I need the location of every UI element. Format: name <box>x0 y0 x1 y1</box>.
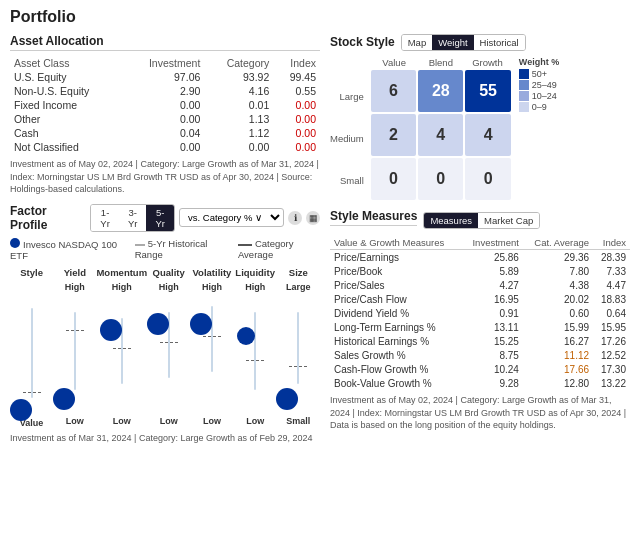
asset-investment: 0.00 <box>123 140 204 154</box>
asset-category: 1.13 <box>204 112 273 126</box>
asset-investment: 97.06 <box>123 70 204 84</box>
measure-label: Price/Book <box>330 264 462 278</box>
measure-index: 4.47 <box>593 278 630 292</box>
asset-index: 0.00 <box>273 126 320 140</box>
weight-legend-item: 25–49 <box>519 80 559 90</box>
row-label-medium: Medium <box>330 117 364 159</box>
asset-allocation-title: Asset Allocation <box>10 34 320 51</box>
measure-cat: 12.80 <box>523 376 593 390</box>
asset-row: Cash 0.04 1.12 0.00 <box>10 126 320 140</box>
asset-allocation-table: Asset Class Investment Category Index U.… <box>10 56 320 154</box>
col-label-value: Value <box>371 57 418 68</box>
factor-top-label: High <box>112 282 132 292</box>
factor-cols: Style Value Yield High Low Momentum High… <box>10 267 320 428</box>
asset-row: Other 0.00 1.13 0.00 <box>10 112 320 126</box>
weight-legend-title: Weight % <box>519 57 559 67</box>
measures-btn-marketcap[interactable]: Market Cap <box>478 213 539 228</box>
factor-bubble <box>237 327 255 345</box>
measure-label: Sales Growth % <box>330 348 462 362</box>
factor-bottom-label: Low <box>66 416 84 426</box>
style-cell: 28 <box>418 70 463 112</box>
factor-bottom-label: Small <box>286 416 310 426</box>
factor-profile-btn-group: 1-Yr 3-Yr 5-Yr <box>90 204 175 232</box>
factor-range-bar <box>254 312 256 390</box>
measures-row: Cash-Flow Growth % 10.24 17.66 17.30 <box>330 362 630 376</box>
measure-investment: 8.75 <box>462 348 523 362</box>
measures-row: Historical Earnings % 15.25 16.27 17.26 <box>330 334 630 348</box>
factor-col-name: Liquidity <box>235 267 275 278</box>
asset-label: Other <box>10 112 123 126</box>
fp-info-icon[interactable]: ℹ <box>288 211 302 225</box>
measure-index: 17.26 <box>593 334 630 348</box>
factor-col: Size Large Small <box>277 267 320 428</box>
measures-row: Price/Cash Flow 16.95 20.02 18.83 <box>330 292 630 306</box>
factor-col-name: Size <box>289 267 308 278</box>
asset-category: 93.92 <box>204 70 273 84</box>
measure-label: Cash-Flow Growth % <box>330 362 462 376</box>
stock-style-btn-weight[interactable]: Weight <box>432 35 473 50</box>
stock-style-btn-historical[interactable]: Historical <box>474 35 525 50</box>
measures-btn-group: Measures Market Cap <box>423 212 540 229</box>
factor-col: Volatility High Low <box>190 267 233 428</box>
fp-bottom-note: Investment as of Mar 31, 2024 | Category… <box>10 432 320 445</box>
factor-bottom-label: Low <box>246 416 264 426</box>
measure-cat: 29.36 <box>523 250 593 265</box>
fp-btn-3yr[interactable]: 3-Yr <box>119 205 147 231</box>
measures-row: Long-Term Earnings % 13.11 15.99 15.95 <box>330 320 630 334</box>
factor-top-label: High <box>245 282 265 292</box>
factor-col-name: Style <box>20 267 43 278</box>
measures-col-index: Index <box>593 235 630 250</box>
col-header-asset: Asset Class <box>10 56 123 70</box>
factor-legend: Invesco NASDAQ 100 ETF 5-Yr Historical R… <box>10 238 320 261</box>
measure-investment: 9.28 <box>462 376 523 390</box>
weight-legend: Weight % 50+25–4910–240–9 <box>519 57 559 113</box>
measure-index: 13.22 <box>593 376 630 390</box>
factor-category-dash <box>203 336 221 337</box>
asset-label: Non-U.S. Equity <box>10 84 123 98</box>
measure-cat: 16.27 <box>523 334 593 348</box>
style-cell: 0 <box>465 158 510 200</box>
measures-btn-measures[interactable]: Measures <box>424 213 478 228</box>
stock-style-title: Stock Style <box>330 35 395 51</box>
factor-col-name: Momentum <box>96 267 147 278</box>
fp-legend-range-label: 5-Yr Historical Range <box>135 238 208 260</box>
measure-index: 28.39 <box>593 250 630 265</box>
measures-col-cat: Cat. Average <box>523 235 593 250</box>
asset-investment: 0.00 <box>123 98 204 112</box>
fp-btn-5yr[interactable]: 5-Yr <box>146 205 174 231</box>
factor-bottom-label: Low <box>203 416 221 426</box>
factor-range-bar <box>297 312 299 384</box>
measure-label: Long-Term Earnings % <box>330 320 462 334</box>
factor-top-label: High <box>202 282 222 292</box>
measure-cat: 11.12 <box>523 348 593 362</box>
asset-index: 0.00 <box>273 98 320 112</box>
factor-category-dash <box>23 392 41 393</box>
factor-bubble-container <box>193 294 231 414</box>
measure-investment: 13.11 <box>462 320 523 334</box>
factor-range-bar <box>211 306 213 372</box>
fp-legend-dot-label: Invesco NASDAQ 100 ETF <box>10 239 117 261</box>
measure-index: 18.83 <box>593 292 630 306</box>
fp-vs-select[interactable]: vs. Category % ∨ <box>179 208 284 227</box>
measure-index: 12.52 <box>593 348 630 362</box>
page-title: Portfolio <box>10 8 630 26</box>
factor-bubble <box>10 399 32 421</box>
measure-investment: 0.91 <box>462 306 523 320</box>
fp-legend-dash-label: Category Average <box>238 238 294 260</box>
asset-category: 1.12 <box>204 126 273 140</box>
factor-category-dash <box>289 366 307 367</box>
asset-index: 0.00 <box>273 140 320 154</box>
measure-index: 7.33 <box>593 264 630 278</box>
factor-bubble <box>276 388 298 410</box>
asset-index: 0.55 <box>273 84 320 98</box>
fp-grid-icon[interactable]: ▦ <box>306 211 320 225</box>
asset-allocation-note: Investment as of May 02, 2024 | Category… <box>10 158 320 196</box>
measure-investment: 25.86 <box>462 250 523 265</box>
measures-col-investment: Investment <box>462 235 523 250</box>
fp-btn-1yr[interactable]: 1-Yr <box>91 205 119 231</box>
weight-legend-item: 0–9 <box>519 102 559 112</box>
measure-index: 15.95 <box>593 320 630 334</box>
factor-col: Quality High Low <box>147 267 190 428</box>
stock-style-btn-map[interactable]: Map <box>402 35 432 50</box>
asset-index: 99.45 <box>273 70 320 84</box>
